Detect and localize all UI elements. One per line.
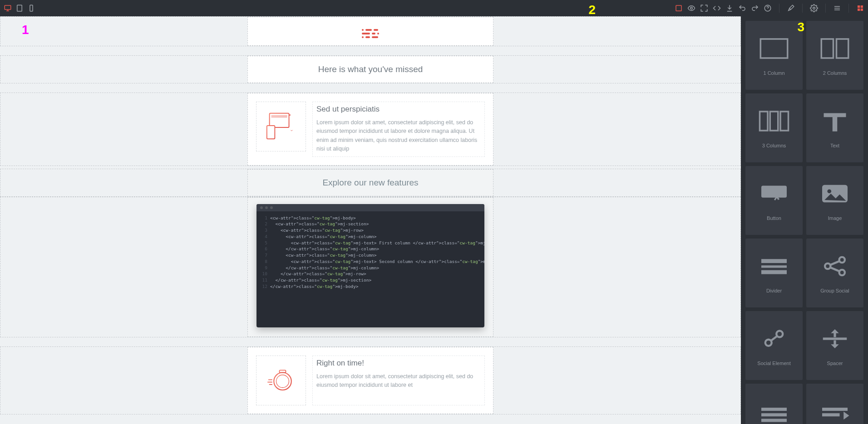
svg-rect-14 [861,5,863,8]
card-1-body: Lorem ipsum dolor sit amet, consectetur … [316,118,481,154]
device-desktop-icon[interactable] [4,4,12,12]
blocks-icon[interactable] [856,4,864,12]
section-card-1[interactable]: Sed ut perspiciatis Lorem ipsum dolor si… [0,93,741,166]
social-icon [758,325,790,354]
svg-point-9 [813,7,815,10]
card-2-text[interactable]: Right on time! Lorem ipsum dolor sit ame… [312,356,485,405]
svg-rect-35 [780,112,789,131]
section-logo[interactable] [0,16,741,46]
svg-rect-52 [833,341,836,346]
code-window-image[interactable]: 1<cw-attr">class="cw-tag">mj-body>2 <cw-… [256,204,484,327]
undo-icon[interactable] [738,4,746,12]
svg-rect-13 [858,5,860,8]
settings-icon[interactable] [810,4,818,12]
col3-icon [758,107,790,136]
svg-line-49 [771,336,777,341]
svg-rect-54 [761,413,787,416]
svg-rect-57 [822,413,840,416]
block-social[interactable]: Social Element [745,311,803,380]
blocks-panel: 1 Column2 Columns3 ColumnsTextButtonImag… [741,16,868,424]
divider-icon [758,253,790,282]
outline-icon[interactable] [675,4,683,12]
svg-rect-51 [833,332,836,337]
annotation-1: 1 [22,23,29,37]
logo-block[interactable] [248,17,493,45]
card-2-body: Lorem ipsum dolor sit amet, consectetur … [316,372,481,390]
watch-illustration-icon [265,365,297,396]
text-icon [819,107,851,136]
card-1-image[interactable] [256,102,306,151]
svg-rect-18 [271,115,287,118]
svg-point-43 [839,257,845,263]
svg-rect-53 [761,408,787,411]
svg-rect-5 [676,5,681,11]
svg-rect-16 [861,9,863,11]
help-icon[interactable] [764,4,772,12]
block-navbar[interactable] [745,384,803,424]
block-image[interactable]: Image [806,166,863,235]
annotation-3: 3 [797,20,804,34]
svg-rect-56 [822,408,848,411]
section-subhead[interactable]: Here is what you've missed [0,55,741,83]
email-body[interactable]: Here is what you've missed [0,16,741,414]
svg-rect-4 [30,5,33,11]
svg-rect-3 [17,5,22,11]
fullscreen-icon[interactable] [700,4,708,12]
brush-icon[interactable] [787,4,795,12]
navlink-icon [819,400,851,424]
image-icon [819,180,851,209]
explore-text[interactable]: Explore our new features [248,170,493,196]
svg-rect-34 [770,112,778,131]
svg-point-38 [827,189,831,193]
block-col2[interactable]: 2 Columns [806,21,863,90]
section-code-image[interactable]: 1<cw-attr">class="cw-tag">mj-body>2 <cw-… [0,197,741,337]
card-1-text[interactable]: Sed ut perspiciatis Lorem ipsum dolor si… [312,102,485,157]
block-divider[interactable]: Divider [745,239,803,307]
toolbar-separator [825,4,826,13]
block-label: 1 Column [763,70,784,76]
block-navlink[interactable] [806,384,863,424]
import-icon[interactable] [725,4,734,12]
card-2-image[interactable] [256,356,306,405]
col2-icon [819,35,851,64]
svg-line-46 [830,268,840,272]
toolbar-separator [802,4,803,13]
annotation-2: 2 [588,3,596,17]
monitor-illustration-icon [263,109,299,144]
svg-rect-50 [823,337,847,340]
block-text[interactable]: Text [806,93,863,162]
svg-rect-33 [760,112,768,131]
code-icon[interactable] [713,4,721,12]
block-col1[interactable]: 1 Column [745,21,803,90]
svg-point-44 [839,270,845,275]
block-label: 3 Columns [762,143,786,148]
svg-rect-32 [837,39,848,58]
block-gsocial[interactable]: Group Social [806,239,863,307]
canvas[interactable]: Here is what you've missed [0,16,741,424]
device-mobile-icon[interactable] [27,4,35,12]
block-spacer[interactable]: Spacer [806,311,863,380]
section-explore[interactable]: Explore our new features [0,169,741,197]
block-label: Divider [766,288,782,293]
svg-rect-39 [761,259,787,263]
block-button[interactable]: Button [745,166,803,235]
preview-icon[interactable] [687,4,695,12]
device-tablet-icon[interactable] [15,4,24,12]
col1-icon [758,35,790,64]
block-col3[interactable]: 3 Columns [745,93,803,162]
block-label: Group Social [820,288,849,293]
block-label: 2 Columns [823,70,847,76]
layers-icon[interactable] [833,4,841,12]
gsocial-icon [819,253,851,282]
code-left-pane: 1<cw-attr">class="cw-tag">mj-body>2 <cw-… [256,211,484,327]
svg-point-24 [289,114,291,116]
svg-line-45 [830,261,840,265]
svg-rect-29 [280,370,286,372]
block-label: Button [767,215,781,221]
svg-rect-15 [858,9,860,11]
redo-icon[interactable] [751,4,759,12]
svg-rect-31 [821,39,833,58]
subhead-text[interactable]: Here is what you've missed [248,56,493,83]
section-card-2[interactable]: Right on time! Lorem ipsum dolor sit ame… [0,346,741,414]
toolbar-separator [779,4,779,13]
